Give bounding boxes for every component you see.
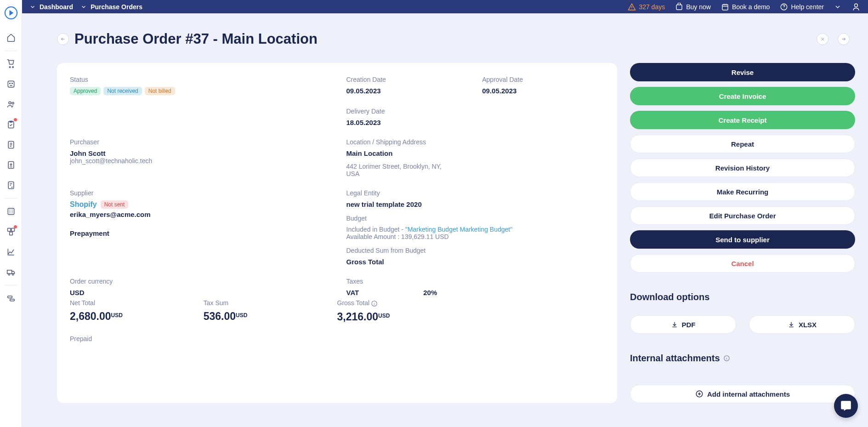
svg-point-9 xyxy=(10,164,11,165)
delivery-date-value: 18.05.2023 xyxy=(346,119,469,126)
status-notreceived-badge: Not received xyxy=(103,87,142,95)
purchaser-email: john_scott@technaholic.tech xyxy=(70,157,328,165)
location-address: 442 Lorimer Street, Brooklyn, NY, USA xyxy=(346,163,448,177)
attachments-title: Internal attachments xyxy=(630,353,855,364)
status-label: Status xyxy=(70,76,328,83)
sidebar-clipboard-icon[interactable] xyxy=(0,114,22,135)
svg-point-4 xyxy=(9,102,11,104)
trial-days[interactable]: 327 days xyxy=(628,3,665,11)
budget-link[interactable]: "Marketing Budget Marketing Budget" xyxy=(405,226,512,233)
create-receipt-button[interactable]: Create Receipt xyxy=(630,111,855,129)
status-approved-badge: Approved xyxy=(70,87,101,95)
svg-point-3 xyxy=(11,83,12,84)
chevron-down-icon[interactable] xyxy=(29,4,36,10)
svg-point-16 xyxy=(8,273,10,275)
sidebar-cart-icon[interactable] xyxy=(0,54,22,74)
svg-rect-15 xyxy=(7,270,11,274)
sidebar-boxes-icon[interactable] xyxy=(0,222,22,242)
revise-button[interactable]: Revise xyxy=(630,63,855,81)
delivery-date-label: Delivery Date xyxy=(346,108,469,115)
svg-rect-12 xyxy=(7,228,11,232)
sidebar-doc1-icon[interactable] xyxy=(0,135,22,155)
page-close-button[interactable] xyxy=(817,33,828,45)
book-demo-button[interactable]: Book a demo xyxy=(721,3,770,11)
budget-available: Available Amount : 139,629.11 USD xyxy=(346,233,605,240)
sidebar-doc3-icon[interactable] xyxy=(0,175,22,195)
deducted-label: Deducted Sum from Budget xyxy=(346,247,605,254)
download-pdf-button[interactable]: PDF xyxy=(630,315,736,334)
page-next-button[interactable] xyxy=(838,33,850,45)
calendar-icon xyxy=(721,3,729,11)
supplier-notsent-badge: Not sent xyxy=(101,200,129,209)
help-center-button[interactable]: Help center xyxy=(780,3,824,11)
edit-po-button[interactable]: Edit Purchase Order xyxy=(630,206,855,225)
plus-circle-icon xyxy=(695,390,703,398)
sidebar-toggle-icon[interactable] xyxy=(0,288,22,308)
breadcrumb-purchase-orders[interactable]: Purchase Orders xyxy=(91,3,142,11)
cancel-button[interactable]: Cancel xyxy=(630,254,855,273)
currency-value: USD xyxy=(70,289,328,296)
chevron-down-icon[interactable] xyxy=(80,4,87,10)
chat-fab-button[interactable] xyxy=(834,394,858,418)
app-logo-icon xyxy=(5,6,17,19)
user-icon[interactable] xyxy=(851,2,861,11)
actions-panel: Revise Create Invoice Create Receipt Rep… xyxy=(630,63,855,403)
sidebar-chart-icon[interactable] xyxy=(0,242,22,262)
location-name: Main Location xyxy=(346,149,605,157)
create-invoice-button[interactable]: Create Invoice xyxy=(630,87,855,105)
svg-point-17 xyxy=(12,273,13,275)
svg-point-23 xyxy=(855,4,858,7)
svg-rect-13 xyxy=(11,228,14,232)
legal-label: Legal Entity xyxy=(346,189,605,197)
warning-icon xyxy=(628,3,636,11)
topbar: Dashboard Purchase Orders 327 days Buy n… xyxy=(22,0,868,13)
sidebar xyxy=(0,0,22,427)
sidebar-users-icon[interactable] xyxy=(0,94,22,114)
sidebar-doc2-icon[interactable] xyxy=(0,155,22,175)
repeat-button[interactable]: Repeat xyxy=(630,135,855,153)
download-xlsx-button[interactable]: XLSX xyxy=(749,315,855,334)
svg-rect-20 xyxy=(676,5,682,10)
buy-now-button[interactable]: Buy now xyxy=(675,3,711,11)
add-attachments-button[interactable]: Add internal attachments xyxy=(630,385,855,403)
svg-rect-19 xyxy=(10,299,14,301)
supplier-email: erika_myers@acme.com xyxy=(70,211,328,218)
info-icon[interactable] xyxy=(723,355,730,362)
breadcrumb-dashboard[interactable]: Dashboard xyxy=(40,3,73,11)
svg-point-2 xyxy=(9,83,10,84)
svg-rect-11 xyxy=(8,208,14,214)
net-value: 2,680.00 xyxy=(70,310,111,322)
make-recurring-button[interactable]: Make Recurring xyxy=(630,182,855,201)
send-supplier-button[interactable]: Send to supplier xyxy=(630,230,855,249)
revision-history-button[interactable]: Revision History xyxy=(630,159,855,177)
details-card: Status Approved Not received Not billed … xyxy=(57,63,617,403)
chat-icon xyxy=(840,400,852,412)
download-icon xyxy=(788,321,795,328)
svg-rect-14 xyxy=(9,232,12,235)
purchaser-label: Purchaser xyxy=(70,138,328,146)
svg-point-5 xyxy=(12,102,14,104)
legal-value: new trial template 2020 xyxy=(346,200,605,208)
currency-label: Order currency xyxy=(70,278,328,285)
creation-date-label: Creation Date xyxy=(346,76,469,83)
sidebar-truck-icon[interactable] xyxy=(0,262,22,282)
info-icon[interactable] xyxy=(371,300,378,307)
taxsum-label: Tax Sum xyxy=(204,299,337,307)
sidebar-face-icon[interactable] xyxy=(0,74,22,94)
budget-label: Budget xyxy=(346,215,605,222)
creation-date-value: 09.05.2023 xyxy=(346,87,469,95)
chevron-down-icon[interactable] xyxy=(834,3,841,11)
sidebar-building-icon[interactable] xyxy=(0,201,22,222)
prepaid-label: Prepaid xyxy=(70,335,604,342)
purchaser-name: John Scott xyxy=(70,149,328,157)
page-back-button[interactable] xyxy=(57,33,69,45)
deducted-value: Gross Total xyxy=(346,258,605,266)
supplier-link[interactable]: Shopify xyxy=(70,200,97,209)
page-title: Purchase Order #37 - Main Location xyxy=(74,31,318,47)
status-notbilled-badge: Not billed xyxy=(145,87,175,95)
approval-date-value: 09.05.2023 xyxy=(482,87,604,95)
cart-icon xyxy=(675,3,683,11)
gross-label: Gross Total xyxy=(337,299,471,307)
sidebar-home-icon[interactable] xyxy=(0,28,22,48)
prepayment-label: Prepayment xyxy=(70,229,328,237)
